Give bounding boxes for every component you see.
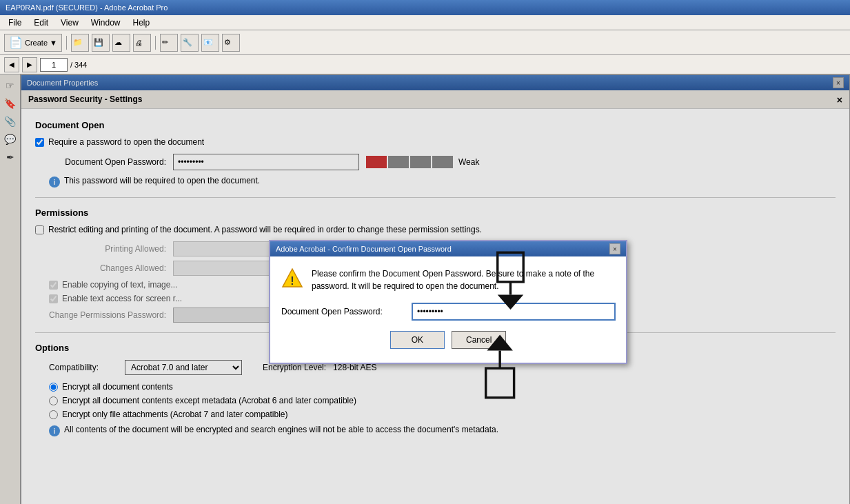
confirm-field-row: Document Open Password: xyxy=(281,303,615,320)
menu-bar: File Edit View Window Help xyxy=(0,15,850,30)
toolbar-separator-2 xyxy=(155,36,156,50)
tool3-button[interactable]: 📧 xyxy=(201,34,219,52)
tool4-button[interactable]: ⚙ xyxy=(222,34,240,52)
confirm-cancel-button[interactable]: Cancel xyxy=(452,331,506,349)
menu-help[interactable]: Help xyxy=(128,17,156,29)
nav-bar: ◀ ▶ / 344 xyxy=(0,55,850,74)
print-button[interactable]: 🖨 xyxy=(133,34,151,52)
title-bar: EAP0RAN.pdf (SECURED) - Adobe Acrobat Pr… xyxy=(0,0,850,15)
open-button[interactable]: 📁 xyxy=(71,34,89,52)
toolbar-separator-1 xyxy=(66,36,67,50)
svg-text:!: ! xyxy=(290,275,294,287)
confirm-body: ! Please confirm the Document Open Passw… xyxy=(270,256,626,363)
confirm-title: Adobe Acrobat - Confirm Document Open Pa… xyxy=(276,245,452,253)
create-label: Create xyxy=(25,39,48,47)
confirm-buttons: OK Cancel xyxy=(281,331,615,352)
create-icon: 📄 xyxy=(9,36,23,49)
menu-view[interactable]: View xyxy=(55,17,84,29)
tool1-button[interactable]: ✏ xyxy=(160,34,178,52)
confirm-ok-button[interactable]: OK xyxy=(390,331,445,349)
confirm-message-text: Please confirm the Document Open Passwor… xyxy=(312,268,615,292)
confirm-dialog: Adobe Acrobat - Confirm Document Open Pa… xyxy=(269,240,627,364)
title-bar-text: EAP0RAN.pdf (SECURED) - Adobe Acrobat Pr… xyxy=(6,3,168,12)
create-button[interactable]: 📄 Create ▼ xyxy=(4,34,62,52)
dialog-overlay: Adobe Acrobat - Confirm Document Open Pa… xyxy=(0,74,850,504)
back-button[interactable]: ◀ xyxy=(4,57,19,72)
save-button[interactable]: 💾 xyxy=(92,34,110,52)
tool2-button[interactable]: 🔧 xyxy=(181,34,199,52)
confirm-field-label: Document Open Password: xyxy=(281,307,405,316)
toolbar: 📄 Create ▼ 📁 💾 ☁ 🖨 ✏ 🔧 📧 ⚙ xyxy=(0,30,850,55)
forward-button[interactable]: ▶ xyxy=(22,57,37,72)
menu-edit[interactable]: Edit xyxy=(28,17,54,29)
menu-window[interactable]: Window xyxy=(85,17,126,29)
page-separator: / 344 xyxy=(70,61,87,69)
upload-button[interactable]: ☁ xyxy=(112,34,130,52)
warning-icon: ! xyxy=(281,268,303,290)
confirm-titlebar: Adobe Acrobat - Confirm Document Open Pa… xyxy=(270,241,626,256)
confirm-password-input[interactable] xyxy=(412,303,615,320)
confirm-message-row: ! Please confirm the Document Open Passw… xyxy=(281,268,615,292)
main-area: ☞ 🔖 📎 💬 ✒ Document Properties × Password… xyxy=(0,74,850,504)
menu-file[interactable]: File xyxy=(3,17,27,29)
confirm-close-button[interactable]: × xyxy=(609,243,620,254)
dropdown-arrow-icon: ▼ xyxy=(50,39,57,47)
page-input[interactable] xyxy=(40,58,68,72)
